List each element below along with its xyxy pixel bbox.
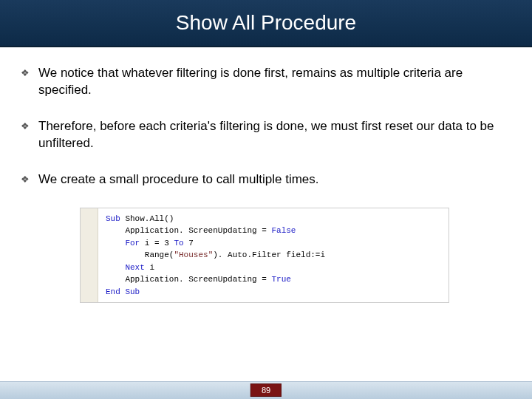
code-gutter: [81, 208, 98, 303]
code-keyword: False: [271, 226, 296, 235]
content-area: ❖ We notice that whatever filtering is d…: [0, 47, 532, 303]
code-string: "Houses": [174, 250, 213, 259]
bullet-text: We notice that whatever filtering is don…: [38, 65, 511, 99]
code-text: 7: [184, 239, 194, 248]
code-keyword: Sub: [106, 214, 120, 223]
list-item: ❖ We notice that whatever filtering is d…: [21, 65, 511, 99]
code-text: i = 3: [140, 239, 174, 248]
code-text: Application. ScreenUpdating =: [125, 275, 271, 284]
code-text: Show.All(): [120, 214, 174, 223]
diamond-bullet-icon: ❖: [21, 120, 30, 132]
code-text: ). Auto.Filter field:=i: [213, 250, 325, 259]
code-keyword: End Sub: [106, 287, 140, 296]
bullet-text: We create a small procedure to call mult…: [38, 171, 319, 188]
code-snippet: Sub Show.All() Application. ScreenUpdati…: [80, 208, 449, 304]
page-number: 89: [250, 383, 282, 397]
bullet-text: Therefore, before each criteria's filter…: [38, 118, 511, 152]
code-keyword: For: [125, 239, 140, 248]
code-keyword: To: [174, 239, 183, 248]
diamond-bullet-icon: ❖: [21, 174, 30, 185]
list-item: ❖ Therefore, before each criteria's filt…: [21, 118, 511, 152]
page-title: Show All Procedure: [176, 11, 356, 35]
code-text: i: [145, 263, 154, 272]
code-text: Range(: [145, 250, 174, 259]
diamond-bullet-icon: ❖: [21, 67, 30, 78]
list-item: ❖ We create a small procedure to call mu…: [21, 171, 511, 188]
code-text: Application. ScreenUpdating =: [125, 226, 271, 235]
code-body: Sub Show.All() Application. ScreenUpdati…: [98, 208, 332, 303]
code-keyword: True: [271, 275, 290, 284]
code-keyword: Next: [125, 263, 144, 272]
header-bar: Show All Procedure: [0, 0, 532, 47]
